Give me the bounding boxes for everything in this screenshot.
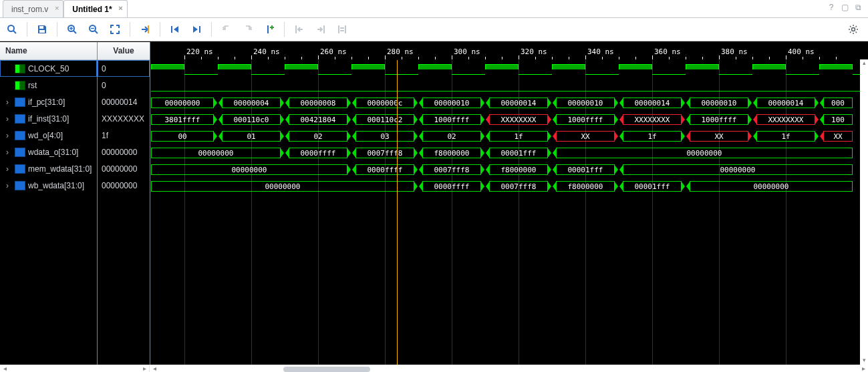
signal-type-icon bbox=[15, 131, 25, 140]
close-icon[interactable]: × bbox=[55, 4, 59, 12]
bus-segment: 1f bbox=[756, 131, 815, 142]
scroll-left-icon[interactable]: ◂ bbox=[0, 365, 9, 372]
expand-icon[interactable]: › bbox=[4, 181, 11, 190]
signal-name: if_inst[31:0] bbox=[28, 114, 69, 124]
tab-inst-rom[interactable]: inst_rom.v× bbox=[3, 0, 63, 17]
maximize-icon[interactable]: ▢ bbox=[840, 3, 849, 12]
bus-segment: 000 bbox=[823, 98, 853, 108]
bus-segment: 00000014 bbox=[489, 98, 548, 108]
bus-segment: 00000010 bbox=[690, 98, 748, 108]
wave-hscroll[interactable]: ◂ ▸ bbox=[150, 365, 868, 372]
signal-row[interactable]: ›if_inst[31:0] bbox=[0, 110, 97, 127]
ruler-tick: 360 ns bbox=[654, 48, 681, 55]
bus-segment: 1000ffff bbox=[422, 114, 481, 125]
ruler-tick: 280 ns bbox=[387, 48, 414, 55]
add-marker-icon[interactable] bbox=[261, 21, 277, 37]
bus-segment: 00000014 bbox=[756, 98, 815, 108]
scroll-left-icon[interactable]: ◂ bbox=[150, 365, 159, 372]
zoom-fit-icon[interactable] bbox=[107, 21, 123, 37]
name-column-header[interactable]: Name bbox=[0, 42, 97, 60]
signal-type-icon bbox=[15, 81, 25, 90]
bus-segment: 02 bbox=[289, 131, 347, 142]
ruler-tick: 400 ns bbox=[788, 48, 815, 55]
signal-row[interactable]: ›wd_o[4:0] bbox=[0, 127, 97, 144]
signal-row[interactable]: ›mem_wdata[31:0] bbox=[0, 160, 97, 177]
signal-value: 00000014 bbox=[98, 94, 150, 110]
bus-segment: 00000000 bbox=[151, 148, 281, 158]
signal-value: 1f bbox=[98, 127, 150, 144]
time-cursor[interactable] bbox=[397, 60, 398, 365]
signal-row[interactable]: rst bbox=[0, 77, 97, 94]
bus-segment: 00000014 bbox=[623, 98, 682, 108]
svg-point-0 bbox=[8, 25, 14, 31]
signal-value-list: 0000000014XXXXXXXX1f00000000000000000000… bbox=[98, 60, 150, 361]
bus-segment: f8000000 bbox=[489, 164, 548, 175]
prev-marker-icon[interactable] bbox=[291, 21, 307, 37]
signal-row[interactable]: ›wb_wdata[31:0] bbox=[0, 177, 97, 194]
vertical-scrollbar[interactable]: ▴ ▾ bbox=[860, 59, 868, 365]
signal-name: wd_o[4:0] bbox=[28, 131, 63, 140]
last-edge-icon[interactable] bbox=[188, 21, 204, 37]
bus-segment: 000110c2 bbox=[355, 114, 414, 125]
svg-line-9 bbox=[95, 31, 98, 33]
save-icon[interactable] bbox=[34, 21, 50, 37]
scrollbar-thumb[interactable] bbox=[283, 367, 370, 372]
next-marker-icon[interactable] bbox=[313, 21, 329, 37]
bus-segment: 00001fff bbox=[556, 164, 615, 175]
waveform-row bbox=[151, 78, 868, 95]
ruler-tick: 320 ns bbox=[521, 48, 547, 55]
zoom-in-icon[interactable] bbox=[64, 21, 80, 37]
help-icon[interactable]: ? bbox=[827, 3, 836, 12]
bus-segment: 000110c0 bbox=[222, 114, 281, 125]
waveform-row bbox=[151, 61, 868, 78]
bus-segment: 03 bbox=[355, 131, 414, 142]
goto-cursor-icon[interactable] bbox=[137, 21, 153, 37]
time-ruler[interactable]: 220 ns240 ns260 ns280 ns300 ns320 ns340 … bbox=[151, 42, 868, 60]
name-panel: Name CLOCK_50rst›if_pc[31:0]›if_inst[31:… bbox=[0, 42, 98, 365]
prev-transition-icon[interactable] bbox=[219, 21, 235, 37]
next-transition-icon[interactable] bbox=[240, 21, 256, 37]
popout-icon[interactable]: ⧉ bbox=[853, 3, 863, 12]
name-hscroll[interactable]: ◂▸ bbox=[0, 365, 150, 372]
tab-untitled[interactable]: Untitled 1*× bbox=[63, 0, 127, 17]
bus-segment: 0007fff8 bbox=[355, 148, 414, 158]
expand-icon[interactable]: › bbox=[4, 148, 11, 157]
svg-rect-2 bbox=[39, 26, 43, 29]
signal-row[interactable]: ›wdata_o[31:0] bbox=[0, 144, 97, 160]
bus-segment: 00000004 bbox=[222, 98, 281, 108]
svg-line-1 bbox=[13, 31, 16, 33]
scroll-down-icon[interactable]: ▾ bbox=[863, 357, 866, 365]
bus-segment: 0000000c bbox=[355, 98, 414, 108]
signal-type-icon bbox=[15, 64, 25, 73]
expand-icon[interactable]: › bbox=[4, 164, 11, 174]
signal-name: wb_wdata[31:0] bbox=[28, 181, 84, 190]
bus-segment: 0000ffff bbox=[355, 164, 414, 175]
value-column-header[interactable]: Value bbox=[98, 42, 150, 60]
swap-markers-icon[interactable] bbox=[334, 21, 350, 37]
waveform-row: 000000000000ffff0007fff8f800000000001fff… bbox=[151, 162, 868, 178]
first-edge-icon[interactable] bbox=[167, 21, 183, 37]
scroll-up-icon[interactable]: ▴ bbox=[863, 59, 866, 67]
bus-segment: 100 bbox=[823, 114, 853, 125]
bus-segment: 00001fff bbox=[489, 148, 548, 158]
expand-icon[interactable]: › bbox=[4, 98, 11, 107]
scroll-right-icon[interactable]: ▸ bbox=[859, 365, 868, 372]
bus-segment: 3801ffff bbox=[151, 114, 214, 125]
expand-icon[interactable]: › bbox=[4, 131, 11, 140]
scroll-right-icon[interactable]: ▸ bbox=[140, 365, 149, 372]
close-icon[interactable]: × bbox=[118, 4, 122, 12]
signal-row[interactable]: ›if_pc[31:0] bbox=[0, 94, 97, 110]
waveform-row: 0000000000000004000000080000000c00000010… bbox=[151, 95, 868, 112]
settings-icon[interactable] bbox=[845, 21, 861, 37]
value-panel: Value 0000000014XXXXXXXX1f00000000000000… bbox=[98, 42, 150, 365]
waveform-row: 000000000000ffff0007fff8f800000000001fff… bbox=[151, 145, 868, 162]
zoom-out-icon[interactable] bbox=[86, 21, 102, 37]
expand-icon[interactable]: › bbox=[4, 114, 11, 124]
search-icon[interactable] bbox=[4, 21, 20, 37]
bus-segment: XX bbox=[823, 131, 853, 142]
toolbar bbox=[0, 18, 868, 41]
signal-row[interactable]: CLOCK_50 bbox=[0, 60, 97, 77]
bus-segment: 00000000 bbox=[151, 181, 414, 192]
waveform-area[interactable]: 0000000000000004000000080000000c00000010… bbox=[151, 60, 868, 365]
tab-label: inst_rom.v bbox=[11, 5, 48, 14]
